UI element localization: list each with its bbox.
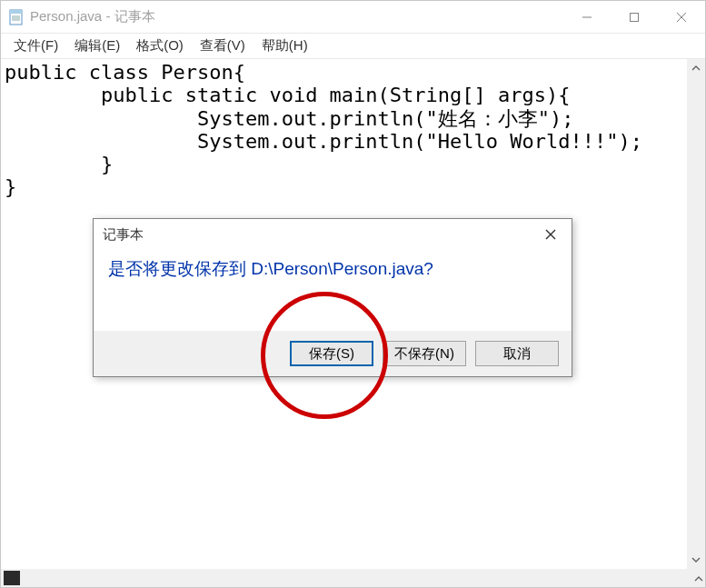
dialog-message: 是否将更改保存到 D:\Person\Person.java?	[94, 250, 572, 331]
dialog-close-button[interactable]	[539, 223, 562, 246]
svg-rect-6	[631, 13, 639, 21]
maximize-button[interactable]	[611, 1, 658, 34]
nosave-button[interactable]: 不保存(N)	[383, 341, 466, 366]
vertical-scrollbar[interactable]	[687, 59, 705, 569]
save-button[interactable]: 保存(S)	[290, 341, 373, 366]
notepad-icon	[8, 9, 25, 25]
menu-format[interactable]: 格式(O)	[129, 35, 191, 57]
dialog-title-bar: 记事本	[94, 219, 572, 250]
dialog-button-row: 保存(S) 不保存(N) 取消	[94, 331, 572, 376]
cancel-button[interactable]: 取消	[475, 341, 559, 366]
window-title: Person.java - 记事本	[30, 8, 155, 25]
horizontal-scrollbar[interactable]	[1, 569, 705, 587]
menu-file[interactable]: 文件(F)	[6, 35, 65, 57]
dialog-title: 记事本	[103, 226, 144, 244]
close-button[interactable]	[658, 1, 705, 34]
scroll-down-arrow-icon[interactable]	[687, 551, 705, 569]
menu-view[interactable]: 查看(V)	[193, 35, 253, 57]
title-bar: Person.java - 记事本	[1, 1, 705, 34]
menu-help[interactable]: 帮助(H)	[254, 35, 315, 57]
save-dialog: 记事本 是否将更改保存到 D:\Person\Person.java? 保存(S…	[93, 218, 572, 377]
notepad-window: Person.java - 记事本 文件(F) 编辑(E) 格式(O) 查看(V…	[0, 0, 706, 588]
hscroll-thumb[interactable]	[4, 571, 20, 585]
scroll-corner-up-icon[interactable]	[694, 571, 703, 587]
minimize-button[interactable]	[563, 1, 611, 34]
menu-edit[interactable]: 编辑(E)	[67, 35, 127, 57]
menu-bar: 文件(F) 编辑(E) 格式(O) 查看(V) 帮助(H)	[1, 34, 705, 59]
svg-rect-1	[10, 10, 22, 14]
scroll-up-arrow-icon[interactable]	[687, 59, 705, 77]
